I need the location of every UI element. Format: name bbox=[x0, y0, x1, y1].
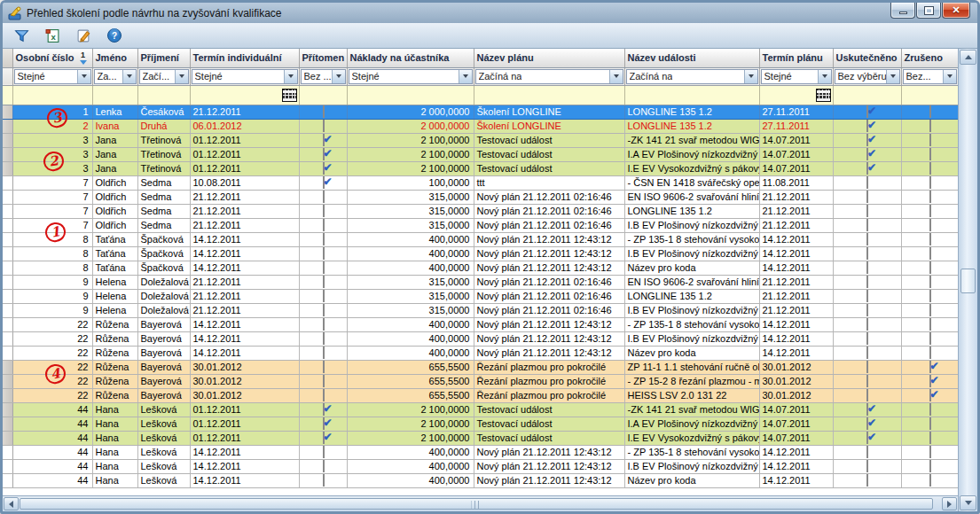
vertical-scrollbar-thumb[interactable] bbox=[960, 269, 976, 293]
pritomen-checkbox[interactable] bbox=[323, 219, 325, 231]
filter-input-termin-planu[interactable] bbox=[759, 85, 833, 105]
uskutecneno-checkbox[interactable] bbox=[866, 233, 868, 245]
scroll-up-button[interactable] bbox=[960, 50, 976, 65]
excel-export-button[interactable]: x bbox=[43, 26, 62, 45]
pritomen-checkbox[interactable] bbox=[323, 134, 325, 146]
pritomen-checkbox[interactable] bbox=[323, 460, 325, 472]
pritomen-checkbox[interactable] bbox=[323, 403, 325, 416]
table-row[interactable]: 2 Ivana Druhá 06.01.2012 2 000,0000 Škol… bbox=[3, 119, 958, 133]
filter-combo-osobni-cislo[interactable]: Stejné bbox=[14, 69, 91, 84]
filter-combo-naklady[interactable]: Stejné bbox=[349, 69, 473, 84]
uskutecneno-checkbox[interactable] bbox=[866, 446, 868, 458]
column-header-termin-planu[interactable]: Termín plánu bbox=[759, 49, 833, 67]
restore-button[interactable] bbox=[916, 3, 941, 19]
pritomen-checkbox[interactable] bbox=[323, 389, 325, 401]
table-row[interactable]: 9 Helena Doležalová 21.12.2011 315,0000 … bbox=[3, 289, 958, 303]
zruseno-checkbox[interactable] bbox=[929, 276, 931, 288]
table-row[interactable]: 3 Jana Třetinová 01.12.2011 2 100,0000 T… bbox=[3, 133, 958, 147]
table-row[interactable]: 9 Helena Doležalová 21.12.2011 315,0000 … bbox=[3, 303, 958, 317]
zruseno-checkbox[interactable] bbox=[929, 219, 931, 231]
uskutecneno-checkbox[interactable] bbox=[866, 332, 868, 345]
uskutecneno-checkbox[interactable] bbox=[866, 120, 868, 132]
table-row[interactable]: 44 Hana Lešková 14.12.2011 400,0000 Nový… bbox=[3, 473, 958, 487]
zruseno-checkbox[interactable] bbox=[929, 261, 931, 274]
pritomen-checkbox[interactable] bbox=[323, 290, 325, 302]
uskutecneno-checkbox[interactable] bbox=[866, 162, 868, 175]
zruseno-checkbox[interactable] bbox=[929, 347, 931, 359]
zruseno-checkbox[interactable] bbox=[929, 403, 931, 416]
table-row[interactable]: 44 Hana Lešková 01.12.2011 2 100,0000 Te… bbox=[3, 431, 958, 445]
uskutecneno-checkbox[interactable] bbox=[866, 375, 868, 387]
pritomen-checkbox[interactable] bbox=[323, 332, 325, 345]
pritomen-checkbox[interactable] bbox=[323, 432, 325, 444]
scroll-left-button[interactable] bbox=[4, 497, 19, 510]
pritomen-checkbox[interactable] bbox=[323, 148, 325, 160]
uskutecneno-checkbox[interactable] bbox=[866, 361, 868, 373]
table-row[interactable]: 7 Oldřich Sedma 21.12.2011 315,0000 Nový… bbox=[3, 190, 958, 204]
filter-combo-termin-planu[interactable]: Stejné bbox=[761, 69, 832, 84]
table-row[interactable]: 44 Hana Lešková 01.12.2011 2 100,0000 Te… bbox=[3, 402, 958, 417]
uskutecneno-checkbox[interactable] bbox=[866, 261, 868, 274]
filter-input-pritomen[interactable] bbox=[299, 85, 347, 105]
table-row[interactable]: 22 Růžena Bayerová 14.12.2011 400,0000 N… bbox=[3, 331, 958, 346]
zruseno-checkbox[interactable] bbox=[929, 134, 931, 146]
zruseno-checkbox[interactable] bbox=[929, 389, 931, 401]
table-row[interactable]: 7 Oldřich Sedma 21.12.2011 315,0000 Nový… bbox=[3, 218, 958, 232]
column-header-termin-individualni[interactable]: Termín individuální bbox=[190, 49, 299, 67]
zruseno-checkbox[interactable] bbox=[929, 233, 931, 245]
table-row[interactable]: 8 Taťána Špačková 14.12.2011 400,0000 No… bbox=[3, 246, 958, 261]
uskutecneno-checkbox[interactable] bbox=[866, 474, 868, 487]
table-row[interactable]: 44 Hana Lešková 14.12.2011 400,0000 Nový… bbox=[3, 445, 958, 459]
column-header-naklady[interactable]: Náklady na účastníka bbox=[347, 49, 474, 67]
column-header-nazev-planu[interactable]: Název plánu bbox=[474, 49, 624, 67]
scroll-right-button[interactable] bbox=[942, 497, 957, 510]
pritomen-checkbox[interactable] bbox=[323, 191, 325, 203]
pritomen-checkbox[interactable] bbox=[323, 120, 325, 132]
scroll-down-button[interactable] bbox=[960, 495, 976, 510]
table-row[interactable]: 22 Růžena Bayerová 14.12.2011 400,0000 N… bbox=[3, 346, 958, 360]
zruseno-checkbox[interactable] bbox=[929, 247, 931, 260]
table-row[interactable]: 7 Oldřich Sedma 10.08.2011 100,0000 ttt … bbox=[3, 175, 958, 190]
column-header-jmeno[interactable]: Jméno bbox=[92, 49, 137, 67]
table-row[interactable]: 1 Lenka Česáková 21.12.2011 2 000,0000 Š… bbox=[3, 105, 958, 119]
zruseno-checkbox[interactable] bbox=[929, 375, 931, 387]
filter-input-osobni-cislo[interactable] bbox=[12, 85, 92, 105]
uskutecneno-checkbox[interactable] bbox=[866, 460, 868, 472]
pritomen-checkbox[interactable] bbox=[323, 233, 325, 245]
table-row[interactable]: 44 Hana Lešková 14.12.2011 400,0000 Nový… bbox=[3, 459, 958, 473]
table-row[interactable]: 22 Růžena Bayerová 30.01.2012 655,5500 Ř… bbox=[3, 360, 958, 374]
column-header-nazev-udalosti[interactable]: Název události bbox=[624, 49, 759, 67]
zruseno-checkbox[interactable] bbox=[929, 205, 931, 217]
pritomen-checkbox[interactable] bbox=[323, 474, 325, 487]
filter-input-naklady[interactable] bbox=[347, 85, 474, 105]
filter-input-zruseno[interactable] bbox=[901, 85, 958, 105]
filter-combo-pritomen[interactable]: Bez ... bbox=[301, 69, 346, 84]
zruseno-checkbox[interactable] bbox=[929, 318, 931, 331]
pritomen-checkbox[interactable] bbox=[323, 105, 325, 118]
table-row[interactable]: 8 Taťána Špačková 14.12.2011 400,0000 No… bbox=[3, 232, 958, 246]
uskutecneno-checkbox[interactable] bbox=[866, 134, 868, 146]
uskutecneno-checkbox[interactable] bbox=[866, 347, 868, 359]
uskutecneno-checkbox[interactable] bbox=[866, 276, 868, 288]
zruseno-checkbox[interactable] bbox=[929, 304, 931, 316]
uskutecneno-checkbox[interactable] bbox=[866, 417, 868, 430]
zruseno-checkbox[interactable] bbox=[929, 105, 931, 118]
zruseno-checkbox[interactable] bbox=[929, 290, 931, 302]
vertical-scrollbar[interactable] bbox=[958, 49, 977, 511]
filter-input-prijmeni[interactable] bbox=[137, 85, 190, 105]
column-header-osobni-cislo[interactable]: Osobní číslo 1 bbox=[12, 49, 92, 67]
pritomen-checkbox[interactable] bbox=[323, 247, 325, 260]
pritomen-checkbox[interactable] bbox=[323, 361, 325, 373]
uskutecneno-checkbox[interactable] bbox=[866, 432, 868, 444]
zruseno-checkbox[interactable] bbox=[929, 361, 931, 373]
zruseno-checkbox[interactable] bbox=[929, 162, 931, 175]
pritomen-checkbox[interactable] bbox=[323, 162, 325, 175]
uskutecneno-checkbox[interactable] bbox=[866, 304, 868, 316]
filter-combo-nazev-planu[interactable]: Začíná na bbox=[475, 69, 623, 84]
filter-input-nazev-planu[interactable] bbox=[474, 85, 624, 105]
zruseno-checkbox[interactable] bbox=[929, 446, 931, 458]
filter-combo-termin-individualni[interactable]: Stejné bbox=[192, 69, 298, 84]
filter-combo-prijmeni[interactable]: Začí... bbox=[139, 69, 189, 84]
uskutecneno-checkbox[interactable] bbox=[866, 176, 868, 189]
uskutecneno-checkbox[interactable] bbox=[866, 389, 868, 401]
